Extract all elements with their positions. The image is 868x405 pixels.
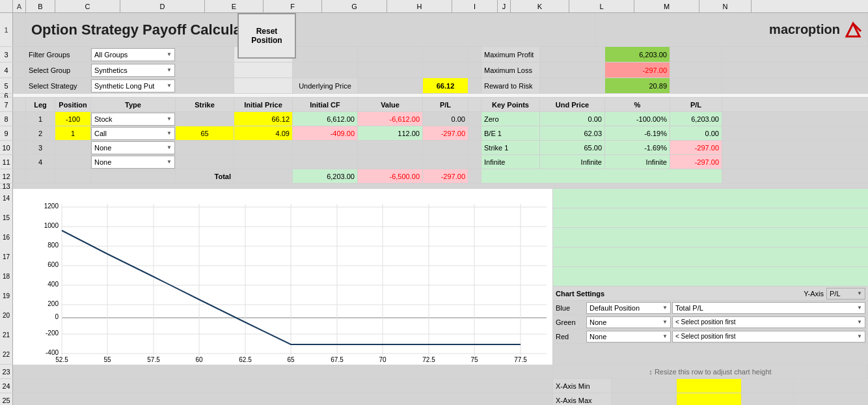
r12-kln (481, 169, 722, 183)
green-right-dropdown[interactable]: < Select position first▼ (672, 316, 865, 328)
r14-right (553, 189, 868, 208)
r4-j (468, 63, 481, 77)
blue-dropdown[interactable]: Default Position▼ (586, 302, 671, 314)
leg4-num: 4 (26, 155, 55, 169)
r8-j (468, 112, 481, 126)
svg-text:77.5: 77.5 (514, 356, 527, 363)
kp-zero-label: Zero (481, 112, 540, 126)
green-dropdown[interactable]: None▼ (586, 316, 671, 328)
svg-text:52.5: 52.5 (55, 356, 68, 363)
red-dropdown[interactable]: None▼ (586, 331, 671, 342)
r4-l-spacer (540, 63, 605, 77)
blue-right-dropdown[interactable]: Total P/L▼ (672, 302, 865, 314)
filter-groups-label: Filter Groups (26, 47, 91, 62)
reset-position-button-overlay[interactable]: Reset Position (237, 13, 296, 59)
r12-a (13, 169, 26, 183)
kp-strike1-price: 65.00 (540, 141, 605, 154)
svg-text:800: 800 (47, 242, 59, 249)
page-title: Option Strategy Payoff Calculator (26, 13, 595, 46)
xaxis-max-label: X-Axis Max (553, 393, 612, 405)
kp-be1-price: 62.03 (540, 126, 605, 140)
leg1-num: 1 (26, 112, 55, 126)
y-axis-label: Y-Axis (804, 290, 824, 298)
col-d-header: D (120, 0, 205, 12)
leg1-initial-price[interactable]: 66.12 (234, 112, 293, 126)
r5-n (670, 78, 722, 93)
xaxis-min-value[interactable] (677, 379, 742, 393)
svg-text:-200: -200 (46, 329, 59, 337)
blue-row: Blue Default Position▼ Total P/L▼ (553, 301, 868, 315)
pl-header: P/L (423, 98, 468, 111)
r25-n (742, 393, 794, 405)
leg3-type-dropdown[interactable]: None▼ (91, 141, 176, 154)
max-loss-value: -297.00 (605, 63, 670, 77)
r4-i (423, 63, 468, 77)
col-n-header: N (699, 0, 752, 12)
value-header: Value (358, 98, 423, 111)
r3-i (423, 47, 468, 62)
svg-text:200: 200 (47, 300, 59, 307)
r3-g (293, 47, 358, 62)
r5-a (13, 78, 26, 93)
leg2-num: 2 (26, 126, 55, 140)
leg1-position[interactable]: -100 (55, 112, 91, 126)
leg2-initial-price[interactable]: 4.09 (234, 126, 293, 140)
r16-right (553, 228, 868, 247)
initial-cf-header: Initial CF (293, 98, 358, 111)
leg4-value (358, 155, 423, 169)
col-j-header: J (498, 0, 511, 12)
leg2-initial-cf: -409.00 (293, 126, 358, 140)
leg2-pl: -297.00 (423, 126, 468, 140)
col-h-header: H (387, 0, 452, 12)
und-price-header: Und Price (540, 98, 605, 111)
filter-groups-dropdown[interactable]: All Groups ▼ (91, 47, 176, 62)
total-label: Total (176, 169, 234, 183)
xaxis-max-value[interactable] (677, 393, 742, 405)
r5-l-spacer (540, 78, 605, 93)
svg-text:600: 600 (47, 261, 59, 268)
r11-j (468, 155, 481, 169)
leg1-value: -6,612.00 (358, 112, 423, 126)
leg3-pl (423, 141, 468, 154)
kp-strike1-pct: -1.69% (605, 141, 670, 154)
leg2-strike[interactable]: 65 (176, 126, 234, 140)
svg-text:60: 60 (195, 356, 203, 363)
chart-settings-row: Chart Settings Y-Axis P/L▼ (553, 286, 868, 301)
kp-pl-header: P/L (670, 98, 722, 111)
svg-text:0: 0 (55, 313, 59, 320)
row24-num: 24 (0, 379, 13, 393)
r5-e (176, 78, 234, 93)
leg1-pl: 0.00 (423, 112, 468, 126)
row13-num: 13 (0, 184, 13, 188)
r4-a (13, 63, 26, 77)
leg2-type-dropdown[interactable]: Call▼ (91, 126, 176, 140)
r25-l (612, 393, 677, 405)
col-b-header: B (26, 0, 55, 12)
select-strategy-dropdown[interactable]: Synthetic Long Put ▼ (91, 78, 176, 93)
leg1-strike (176, 112, 234, 126)
select-strategy-label: Select Strategy (26, 78, 91, 93)
blue-label: Blue (556, 304, 585, 312)
leg4-type-dropdown[interactable]: None▼ (91, 155, 176, 169)
r5-f-reset (234, 78, 293, 93)
row11-num: 11 (0, 155, 13, 169)
r5-h-spacer (358, 78, 423, 93)
r17-right (553, 247, 868, 267)
svg-marker-0 (847, 23, 860, 36)
r24-chart-area (13, 379, 553, 393)
kp-infinite-price: Infinite (540, 155, 605, 169)
select-group-dropdown[interactable]: Synthetics ▼ (91, 63, 176, 77)
y-axis-dropdown[interactable]: P/L▼ (826, 288, 865, 300)
leg1-type-dropdown[interactable]: Stock▼ (91, 112, 176, 126)
total-initial-cf: 6,203.00 (293, 169, 358, 183)
underlying-price-value[interactable]: 66.12 (423, 78, 468, 93)
r10-a (13, 141, 26, 154)
red-right-dropdown[interactable]: < Select position first▼ (672, 331, 865, 342)
spreadsheet: A B C D E F G H I J K L M N 1 Option Str… (0, 0, 868, 405)
leg2-position[interactable]: 1 (55, 126, 91, 140)
kp-strike1-label: Strike 1 (481, 141, 540, 154)
leg3-initial-cf (293, 141, 358, 154)
kp-be1-pct: -6.19% (605, 126, 670, 140)
col-c-header: C (55, 0, 120, 12)
svg-text:70: 70 (379, 356, 387, 363)
